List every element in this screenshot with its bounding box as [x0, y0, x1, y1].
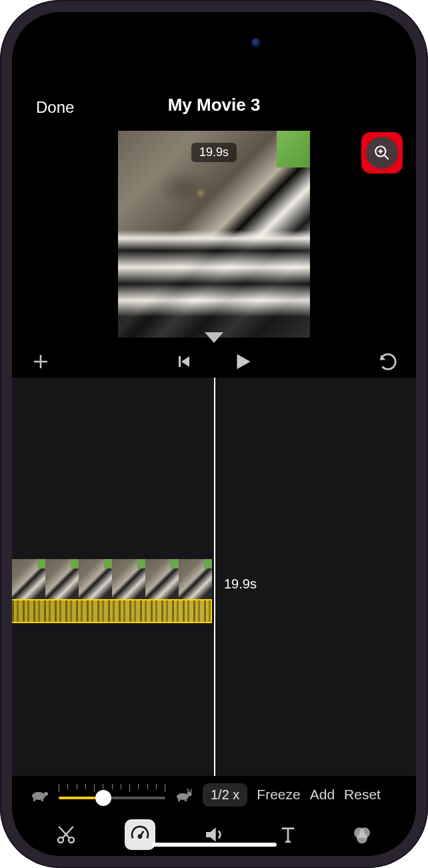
zoom-highlight: [361, 132, 403, 173]
skip-start-icon: [176, 354, 192, 370]
svg-point-10: [44, 792, 48, 796]
page-title: My Movie 3: [168, 95, 261, 115]
add-button[interactable]: Add: [310, 787, 335, 803]
slider-knob[interactable]: [95, 790, 111, 806]
filters-tool[interactable]: [347, 819, 377, 850]
audio-clip[interactable]: [12, 599, 212, 623]
undo-button[interactable]: [377, 352, 397, 372]
plus-icon: [31, 352, 51, 372]
svg-rect-16: [185, 799, 187, 801]
svg-marker-7: [181, 356, 189, 367]
iphone-frame: Done My Movie 3 19.9s: [0, 0, 428, 868]
screen: Done My Movie 3 19.9s: [12, 12, 416, 856]
speed-multiplier-button[interactable]: 1/2 x: [203, 783, 247, 807]
preview-area: 19.9s: [12, 131, 416, 338]
done-button[interactable]: Done: [36, 98, 74, 117]
side-button: [0, 157, 1, 183]
timeline-duration-label: 19.9s: [224, 576, 257, 592]
front-camera: [251, 38, 261, 47]
svg-rect-11: [33, 799, 35, 801]
clip-thumbnail: [179, 559, 212, 599]
clip-thumbnail: [12, 559, 45, 599]
text-tool[interactable]: [273, 819, 303, 850]
playhead-marker-icon: [205, 332, 223, 343]
zoom-in-icon: [373, 144, 391, 161]
skip-start-button[interactable]: [176, 354, 192, 370]
svg-point-14: [187, 792, 192, 797]
timeline[interactable]: 19.9s: [12, 378, 416, 776]
turtle-icon: [29, 787, 49, 802]
svg-marker-8: [237, 354, 251, 370]
speed-slider[interactable]: [59, 784, 165, 805]
playhead[interactable]: [214, 378, 215, 776]
video-clip[interactable]: [12, 559, 212, 599]
speedometer-icon: [129, 824, 151, 845]
filters-icon: [351, 824, 373, 845]
slider-ticks: [59, 784, 165, 792]
svg-line-1: [385, 155, 389, 159]
play-icon: [232, 352, 252, 372]
scissors-icon: [55, 824, 77, 845]
freeze-button[interactable]: Freeze: [257, 787, 300, 803]
video-preview[interactable]: 19.9s: [118, 131, 310, 338]
slider-track: [59, 797, 165, 799]
clip-thumbnail: [145, 559, 179, 599]
fast-icon-button[interactable]: [175, 787, 193, 802]
zoom-button[interactable]: [366, 137, 398, 169]
tool-bar: [12, 813, 416, 856]
svg-marker-23: [206, 827, 216, 841]
add-clip-button[interactable]: [31, 352, 51, 372]
svg-point-22: [139, 835, 141, 838]
home-indicator[interactable]: [151, 843, 277, 847]
clip-thumbnail: [45, 559, 79, 599]
playback-controls: [12, 338, 416, 378]
svg-rect-12: [41, 799, 43, 801]
side-button: [0, 267, 1, 315]
play-button[interactable]: [232, 352, 252, 372]
side-button: [0, 207, 1, 255]
speed-controls: 1/2 x Freeze Add Reset: [12, 776, 416, 813]
clip-track[interactable]: [12, 559, 212, 623]
reset-button[interactable]: Reset: [344, 787, 381, 803]
duration-badge: 19.9s: [191, 143, 237, 162]
rabbit-icon: [175, 787, 193, 802]
clip-thumbnail: [112, 559, 145, 599]
svg-rect-6: [179, 356, 181, 367]
undo-icon: [377, 352, 397, 372]
cut-tool[interactable]: [51, 819, 81, 850]
svg-rect-15: [178, 799, 180, 801]
svg-point-29: [357, 833, 367, 843]
slow-icon-button[interactable]: [29, 787, 49, 802]
clip-thumbnail: [79, 559, 112, 599]
dynamic-island: [158, 28, 270, 57]
text-icon: [277, 824, 299, 845]
